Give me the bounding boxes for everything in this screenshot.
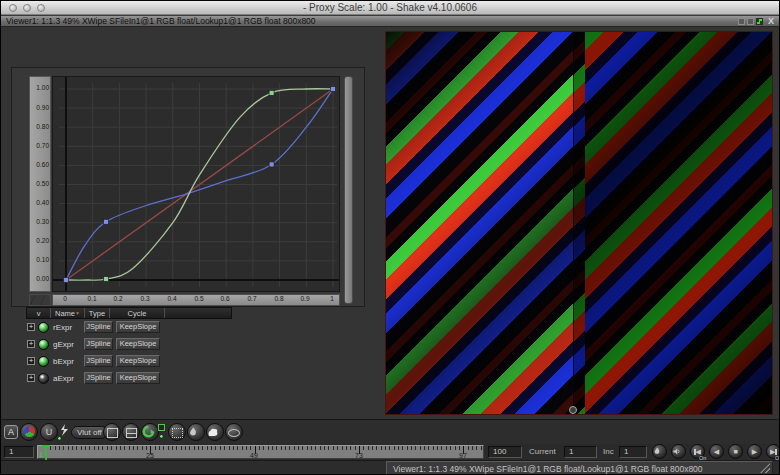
spline-type-field[interactable]: JSpline <box>84 338 113 350</box>
viewer-info-text: Viewer1: 1:1.3 49% XWipe SFileIn1@1 RGB … <box>6 16 316 26</box>
x-tick: 0.2 <box>108 295 128 302</box>
cycle-mode-field[interactable]: KeepSlope <box>116 355 160 367</box>
curve-vertical-scrollbar[interactable] <box>344 76 353 304</box>
expand-icon[interactable]: + <box>27 374 35 382</box>
column-header-v[interactable]: v <box>27 308 51 318</box>
x-tick: 0.6 <box>215 295 235 302</box>
column-header-name[interactable]: Name▼ <box>51 308 85 318</box>
flipbook-render-button[interactable] <box>652 444 667 459</box>
expand-icon[interactable]: + <box>27 340 35 348</box>
wipe-left-image <box>386 32 573 414</box>
expand-icon[interactable]: + <box>27 357 35 365</box>
x-tick: 0.3 <box>135 295 155 302</box>
viewer-detach-icon[interactable] <box>747 18 754 25</box>
alpha-sphere-icon[interactable] <box>38 373 49 384</box>
table-header-row: v Name▼ Type Cycle <box>26 307 232 319</box>
expand-icon[interactable]: + <box>27 323 35 331</box>
current-frame-field[interactable]: 1 <box>564 446 597 458</box>
viewer-close-icon[interactable]: X <box>768 16 774 26</box>
viewer-layout-icon[interactable] <box>738 18 745 25</box>
y-tick: 0.00 <box>29 275 52 282</box>
curve-name[interactable]: bExpr <box>53 357 74 366</box>
spline-type-field[interactable]: JSpline <box>84 355 113 367</box>
oval-tool-button[interactable] <box>225 423 243 441</box>
y-tick: 0.70 <box>29 142 52 149</box>
buffer-a-button[interactable]: A <box>4 425 18 439</box>
compare-mode-button[interactable] <box>122 423 140 441</box>
cycle-mode-field[interactable]: KeepSlope <box>116 338 160 350</box>
sort-arrow-icon: ▼ <box>75 310 80 316</box>
wipe-right-image <box>573 32 772 414</box>
status-info-text: Viewer1: 1:1.3 49% XWipe SFileIn1@1 RGB … <box>393 464 703 474</box>
oval-icon <box>228 429 240 437</box>
cycle-mode-field[interactable]: KeepSlope <box>116 321 160 333</box>
cycle-mode-field[interactable]: KeepSlope <box>116 372 160 384</box>
roi-button[interactable] <box>168 423 186 441</box>
paint-icon <box>207 427 219 438</box>
channel-sphere-icon[interactable] <box>38 356 49 367</box>
y-tick: 0.80 <box>29 123 52 130</box>
x-tick: 0.9 <box>295 295 315 302</box>
y-tick: 0.90 <box>29 104 52 111</box>
curve-name[interactable]: gExpr <box>53 340 74 349</box>
main-area: 1.00 0.90 0.80 0.70 0.60 0.50 0.40 0.30 … <box>1 27 779 419</box>
play-reverse-button[interactable]: ◀ <box>709 444 724 459</box>
x-tick: 0.4 <box>162 295 182 302</box>
table-row-aexpr: + aExpr JSpline KeepSlope <box>26 370 232 387</box>
wipe-handle[interactable] <box>569 406 577 414</box>
curve-plot <box>53 77 339 291</box>
ruler-tick-label: 97 <box>455 452 471 459</box>
paint-button[interactable] <box>206 423 224 441</box>
window-titlebar: - Proxy Scale: 1.00 - Shake v4.10.0606 <box>1 1 779 15</box>
current-frame-label: Current <box>529 447 556 456</box>
flame-icon <box>188 427 198 438</box>
spline-type-field[interactable]: JSpline <box>84 321 113 333</box>
y-tick: 1.00 <box>29 84 52 91</box>
table-row-rexpr: + rExpr JSpline KeepSlope <box>26 319 232 336</box>
timeline-end-field[interactable]: 100 <box>488 446 522 458</box>
viewer-image[interactable] <box>385 31 773 415</box>
channel-sphere-icon[interactable] <box>38 322 49 333</box>
resize-grip[interactable] <box>760 463 770 473</box>
curve-name[interactable]: rExpr <box>53 323 72 332</box>
flame-icon <box>653 447 661 456</box>
increment-field[interactable]: 1 <box>619 446 647 458</box>
column-header-cycle[interactable]: Cycle <box>110 308 165 318</box>
compare-icon <box>126 428 137 438</box>
lightning-led <box>57 436 62 441</box>
lightning-icon[interactable] <box>59 424 69 436</box>
roi-icon <box>172 428 183 438</box>
channel-wheel-button[interactable] <box>20 423 38 441</box>
spline-type-field[interactable]: JSpline <box>84 372 113 384</box>
column-header-type[interactable]: Type <box>85 308 110 318</box>
curve-fit-button[interactable] <box>29 294 51 306</box>
stop-button[interactable]: ■ <box>728 444 743 459</box>
curve-name[interactable]: aExpr <box>53 374 74 383</box>
viewer-titlebar: Viewer1: 1:1.3 49% XWipe SFileIn1@1 RGB … <box>1 15 779 27</box>
proxy-toggle-icon[interactable] <box>158 424 165 431</box>
timeline-start-field[interactable]: 1 <box>4 446 34 458</box>
y-tick: 0.60 <box>29 161 52 168</box>
sound-button[interactable] <box>671 444 686 459</box>
viewer-channels-icon[interactable] <box>756 18 763 25</box>
play-button[interactable]: ▶ <box>747 444 762 459</box>
timeline-ruler[interactable]: 25 49 73 97 1 <box>37 445 484 459</box>
timeline-bar: 1 25 49 73 97 1 100 Current 1 Inc 1 ◀ On <box>1 444 779 460</box>
fit-frame-button[interactable] <box>103 423 121 441</box>
flipbook-button[interactable] <box>187 423 205 441</box>
column-header-name-label: Name <box>55 309 75 318</box>
x-tick: 0.5 <box>189 295 209 302</box>
channel-sphere-icon[interactable] <box>38 339 49 350</box>
playhead[interactable] <box>45 446 47 460</box>
update-view-button[interactable]: U <box>40 423 58 441</box>
start-bar-icon <box>694 449 696 455</box>
y-tick: 0.10 <box>29 256 52 263</box>
x-tick: 0.8 <box>269 295 289 302</box>
update-mode-button[interactable] <box>141 423 159 441</box>
speaker-icon <box>672 447 681 456</box>
x-tick: 0 <box>55 295 75 302</box>
curve-graph[interactable] <box>52 76 340 292</box>
window-title: - Proxy Scale: 1.00 - Shake v4.10.0606 <box>1 2 779 13</box>
update-icon <box>142 425 155 438</box>
shake-window: - Proxy Scale: 1.00 - Shake v4.10.0606 V… <box>0 0 780 475</box>
